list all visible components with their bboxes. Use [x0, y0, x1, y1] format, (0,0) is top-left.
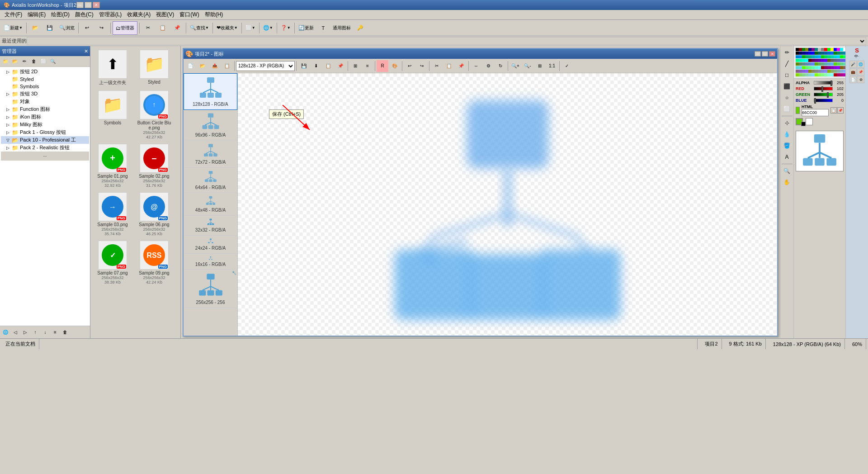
menu-help[interactable]: 帮助(H)	[202, 10, 226, 19]
color-cell[interactable]	[811, 66, 815, 69]
file-item-circle-blue[interactable]: ↑ PNG Button Circle Blue.png 256x256x32 …	[134, 89, 175, 141]
size-item-96[interactable]: 96x96 - RGB/A	[184, 110, 237, 141]
tool-text[interactable]: A	[782, 152, 793, 162]
file-item-sample03[interactable]: → PNG Sample 03.png 256x256x32 35.74 Kb	[92, 190, 133, 238]
color-cell[interactable]	[796, 70, 799, 73]
color-cell[interactable]	[837, 48, 840, 51]
color-cell[interactable]	[818, 59, 821, 62]
color-cell[interactable]	[824, 62, 827, 66]
manage-button[interactable]: 🗂 管理器	[113, 21, 137, 35]
panel-search-btn[interactable]: 🔍	[48, 57, 57, 66]
panel-bottom-btn-6[interactable]: ≡	[51, 328, 60, 337]
color-cell[interactable]	[824, 48, 827, 51]
color-cell[interactable]	[815, 52, 818, 55]
update-button[interactable]: 🔄更新	[297, 21, 316, 35]
color-cell[interactable]	[821, 70, 824, 73]
color-cell[interactable]	[830, 52, 834, 55]
editor-import-btn[interactable]: ⬇	[310, 60, 322, 72]
color-cell[interactable]	[821, 62, 824, 66]
menu-file[interactable]: 文件(F)	[2, 10, 25, 19]
paste-color-btn[interactable]: 📌	[837, 107, 844, 114]
color-cell[interactable]	[834, 62, 837, 66]
color-cell[interactable]	[818, 52, 821, 55]
tree-item-ikon[interactable]: ▷ 📁 iKon 图标	[1, 113, 89, 121]
editor-list-btn[interactable]: ≡	[362, 60, 373, 72]
panel-bottom-btn-5[interactable]: ↓	[41, 328, 50, 337]
color-cell[interactable]	[805, 52, 808, 55]
editor-new-btn[interactable]: 📄	[184, 60, 196, 72]
menu-favorites[interactable]: 收藏夹(A)	[124, 10, 153, 19]
color-cell[interactable]	[802, 52, 805, 55]
color-cell[interactable]	[830, 70, 834, 73]
tree-item-styled[interactable]: 📁 Styled	[1, 76, 89, 83]
bg-color-swatch[interactable]	[806, 118, 813, 125]
color-cell[interactable]	[802, 66, 805, 69]
alpha-slider-thumb[interactable]	[830, 81, 832, 86]
ime-btn-5[interactable]: 📄	[849, 76, 857, 83]
color-cell[interactable]	[796, 52, 799, 55]
frame-button[interactable]: ⬜▼	[244, 21, 257, 35]
panel-bottom-btn-4[interactable]: ↑	[31, 328, 40, 337]
tree-item-milky[interactable]: ▷ 📁 Milky 图标	[1, 121, 89, 128]
file-item-sample01[interactable]: + PNG Sample 01.png 256x256x32 32.92 Kb	[92, 142, 133, 190]
color-cell[interactable]	[815, 55, 818, 58]
color-cell[interactable]	[830, 62, 834, 66]
color-cell[interactable]	[837, 73, 840, 76]
editor-rotate-btn[interactable]: ↻	[495, 60, 506, 72]
tree-item-pack1[interactable]: ▷ 📁 Pack 1 - Glossy 按钮	[1, 128, 89, 136]
editor-export-btn[interactable]: 📤	[209, 60, 221, 72]
editor-cut-btn[interactable]: ✂	[431, 60, 443, 72]
tool-bucket[interactable]: 🪣	[782, 140, 793, 151]
color-cell[interactable]	[821, 59, 824, 62]
color-cell[interactable]	[796, 66, 799, 69]
editor-zoom-fit-btn[interactable]: ⊞	[534, 60, 546, 72]
color-cell[interactable]	[840, 73, 843, 76]
editor-zoom-actual-btn[interactable]: 1:1	[546, 60, 558, 72]
font-button[interactable]: T	[316, 21, 330, 35]
color-cell[interactable]	[824, 55, 827, 58]
color-cell[interactable]	[802, 73, 805, 76]
color-cell[interactable]	[811, 55, 815, 58]
tool-line[interactable]: ╱	[782, 58, 793, 69]
color-cell[interactable]	[834, 70, 837, 73]
editor-grid-btn[interactable]: ⊞	[349, 60, 361, 72]
color-cell[interactable]	[796, 55, 799, 58]
size-item-128[interactable]: 128x128 - RGB/A	[184, 73, 237, 110]
size-item-16[interactable]: 16x16 - RGB/A	[184, 254, 237, 270]
menu-window[interactable]: 窗口(W)	[177, 10, 202, 19]
color-cell[interactable]	[827, 48, 830, 51]
color-cell[interactable]	[808, 52, 811, 55]
help-button[interactable]: ❓▼	[279, 21, 292, 35]
favorites-button[interactable]: ❤收藏夹▼	[215, 21, 240, 35]
color-cell[interactable]	[799, 66, 802, 69]
color-cell[interactable]	[802, 55, 805, 58]
editor-ok-btn[interactable]: ✓	[561, 60, 573, 72]
color-cell[interactable]	[821, 66, 824, 69]
copy-color-btn[interactable]: 📋	[830, 107, 837, 114]
color-cell[interactable]	[824, 70, 827, 73]
tool-select[interactable]: ⊹	[782, 118, 793, 128]
color-cell[interactable]	[799, 73, 802, 76]
alpha-slider-track[interactable]	[814, 81, 833, 85]
color-cell[interactable]	[811, 59, 815, 62]
tree-item-symbols[interactable]: 📁 Symbols	[1, 83, 89, 90]
color-cell[interactable]	[827, 59, 830, 62]
blue-slider-track[interactable]	[814, 99, 833, 102]
color-cell[interactable]	[805, 48, 808, 51]
color-cell[interactable]	[824, 52, 827, 55]
tool-eraser[interactable]: ⬜	[782, 104, 793, 114]
color-cell[interactable]	[799, 55, 802, 58]
green-slider-thumb[interactable]	[827, 92, 829, 98]
color-cell[interactable]	[805, 70, 808, 73]
color-cell[interactable]	[815, 62, 818, 66]
editor-undo-btn[interactable]: ↩	[404, 60, 415, 72]
color-cell[interactable]	[796, 73, 799, 76]
editor-add-size-btn[interactable]: 📋	[221, 60, 233, 72]
color-cell[interactable]	[840, 62, 843, 66]
color-cell[interactable]	[840, 70, 843, 73]
editor-copy-btn[interactable]: 📋	[322, 60, 334, 72]
file-item-sample09[interactable]: RSS PNG Sample 09.png 256x256x32 42.24 K…	[134, 239, 175, 286]
color-cell[interactable]	[827, 62, 830, 66]
green-slider-track[interactable]	[814, 93, 833, 96]
editor-flip-v-btn[interactable]: ⚙	[482, 60, 494, 72]
